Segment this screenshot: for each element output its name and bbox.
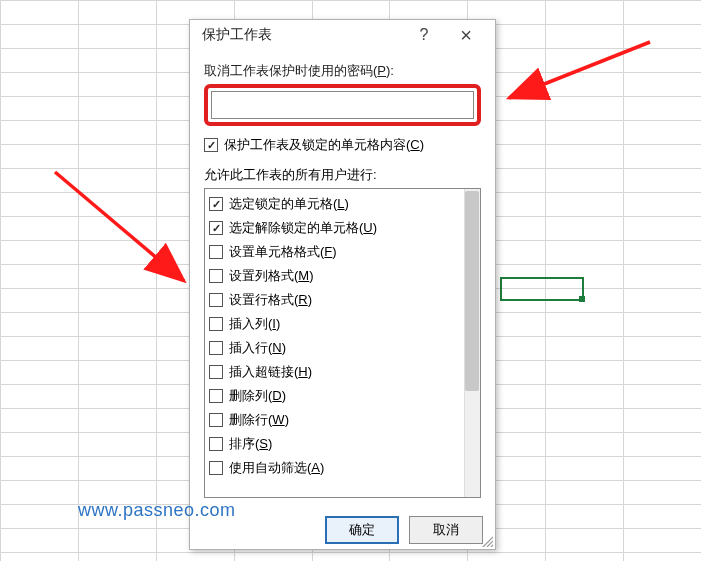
permission-label: 设置行格式(R) [229,291,312,309]
permission-item[interactable]: 插入行(N) [209,336,460,360]
permissions-listbox: 选定锁定的单元格(L)选定解除锁定的单元格(U)设置单元格格式(F)设置列格式(… [204,188,481,498]
permission-item[interactable]: 设置行格式(R) [209,288,460,312]
permission-checkbox[interactable] [209,245,223,259]
resize-grip-icon[interactable] [481,535,493,547]
permission-item[interactable]: 设置列格式(M) [209,264,460,288]
permission-label: 删除行(W) [229,411,289,429]
password-label: 取消工作表保护时使用的密码(P): [204,62,481,80]
watermark-text: www.passneo.com [78,500,236,521]
permission-label: 使用自动筛选(A) [229,459,324,477]
permission-item[interactable]: 删除行(W) [209,408,460,432]
permission-checkbox[interactable] [209,269,223,283]
password-highlight-box [204,84,481,126]
dialog-title: 保护工作表 [202,26,403,44]
permission-checkbox[interactable] [209,293,223,307]
active-cell-selection[interactable] [500,277,584,301]
permission-checkbox[interactable] [209,197,223,211]
permission-label: 插入列(I) [229,315,280,333]
permission-checkbox[interactable] [209,341,223,355]
protect-contents-label: 保护工作表及锁定的单元格内容(C) [224,136,424,154]
permission-item[interactable]: 选定解除锁定的单元格(U) [209,216,460,240]
permission-label: 排序(S) [229,435,272,453]
password-input[interactable] [211,91,474,119]
permission-checkbox[interactable] [209,413,223,427]
protect-contents-checkbox-row[interactable]: 保护工作表及锁定的单元格内容(C) [204,136,481,154]
permission-label: 选定锁定的单元格(L) [229,195,349,213]
permission-item[interactable]: 使用自动筛选(A) [209,456,460,480]
permission-item[interactable]: 排序(S) [209,432,460,456]
permission-item[interactable]: 设置单元格格式(F) [209,240,460,264]
permission-checkbox[interactable] [209,221,223,235]
permission-label: 设置列格式(M) [229,267,314,285]
permission-label: 删除列(D) [229,387,286,405]
permission-checkbox[interactable] [209,461,223,475]
scrollbar-thumb[interactable] [465,191,479,391]
cancel-button[interactable]: 取消 [409,516,483,544]
permission-label: 设置单元格格式(F) [229,243,337,261]
permission-checkbox[interactable] [209,365,223,379]
permission-item[interactable]: 选定锁定的单元格(L) [209,192,460,216]
protect-sheet-dialog: 保护工作表 ? × 取消工作表保护时使用的密码(P): 保护工作表及锁定的单元格… [189,19,496,550]
help-button[interactable]: ? [403,20,445,50]
permission-label: 选定解除锁定的单元格(U) [229,219,377,237]
allow-users-label: 允许此工作表的所有用户进行: [204,166,481,184]
permission-checkbox[interactable] [209,317,223,331]
permission-checkbox[interactable] [209,389,223,403]
permission-item[interactable]: 删除列(D) [209,384,460,408]
permission-checkbox[interactable] [209,437,223,451]
protect-contents-checkbox[interactable] [204,138,218,152]
permission-item[interactable]: 插入列(I) [209,312,460,336]
permission-item[interactable]: 插入超链接(H) [209,360,460,384]
close-button[interactable]: × [445,20,487,50]
permission-label: 插入行(N) [229,339,286,357]
ok-button[interactable]: 确定 [325,516,399,544]
permission-label: 插入超链接(H) [229,363,312,381]
dialog-titlebar: 保护工作表 ? × [190,20,495,50]
permissions-list[interactable]: 选定锁定的单元格(L)选定解除锁定的单元格(U)设置单元格格式(F)设置列格式(… [205,189,464,497]
scrollbar-track[interactable] [464,189,480,497]
